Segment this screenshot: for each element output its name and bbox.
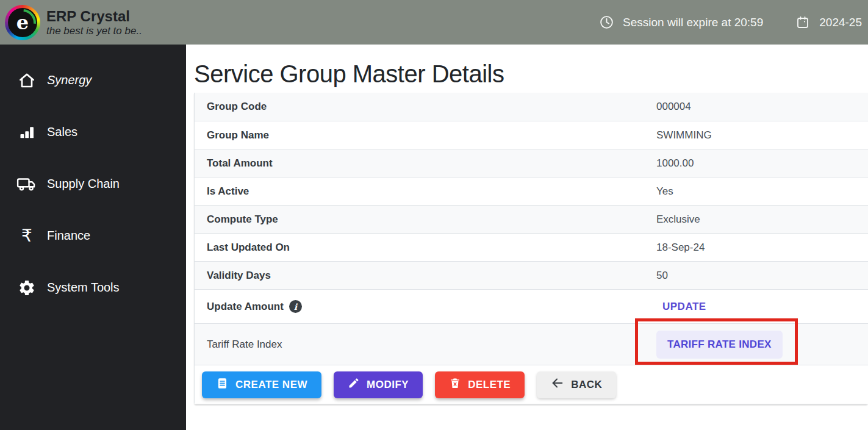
erp-crystal-logo-icon: e bbox=[5, 5, 40, 40]
detail-label: Validity Days bbox=[195, 270, 656, 282]
brand-tagline: the best is yet to be.. bbox=[46, 25, 142, 37]
rupee-icon: ₹ bbox=[16, 226, 37, 246]
back-button[interactable]: BACK bbox=[537, 371, 616, 398]
fiscal-year-text: 2024-25 bbox=[819, 16, 862, 29]
details-card: Group Code 000004 Group Name SWIMMING To… bbox=[194, 93, 868, 404]
home-icon bbox=[16, 71, 37, 90]
detail-row-last-updated-on: Last Updated On 18-Sep-24 bbox=[195, 233, 868, 261]
page: e ERP Crystal the best is yet to be.. Se… bbox=[0, 0, 868, 430]
detail-label: Total Amount bbox=[195, 157, 656, 170]
detail-value: 18-Sep-24 bbox=[656, 242, 868, 254]
info-icon[interactable]: i bbox=[289, 300, 302, 313]
detail-label: Compute Type bbox=[195, 213, 656, 226]
detail-row-compute-type: Compute Type Exclusive bbox=[195, 205, 868, 233]
document-icon bbox=[216, 377, 229, 393]
detail-value: Exclusive bbox=[656, 213, 868, 226]
sidebar-item-finance[interactable]: ₹ Finance bbox=[0, 210, 186, 262]
detail-value: 50 bbox=[656, 270, 868, 282]
brand-block: ERP Crystal the best is yet to be.. bbox=[46, 8, 142, 37]
detail-row-update-amount: Update Amount i UPDATE bbox=[195, 289, 868, 323]
app-header: e ERP Crystal the best is yet to be.. Se… bbox=[0, 0, 868, 45]
detail-row-group-name: Group Name SWIMMING bbox=[195, 121, 868, 149]
fiscal-year: 2024-25 bbox=[792, 15, 862, 30]
main-content: Service Group Master Details Group Code … bbox=[186, 45, 868, 430]
session-expiry: Session will expire at 20:59 bbox=[596, 15, 763, 30]
modify-button[interactable]: MODIFY bbox=[334, 371, 423, 398]
detail-row-total-amount: Total Amount 1000.00 bbox=[195, 149, 868, 177]
arrow-left-icon bbox=[551, 376, 564, 393]
pencil-icon bbox=[348, 377, 360, 392]
clock-icon bbox=[596, 15, 617, 30]
sidebar-item-label: Sales bbox=[47, 125, 77, 139]
bar-chart-icon bbox=[16, 124, 37, 141]
detail-label: Group Code bbox=[195, 101, 656, 113]
detail-label: Tariff Rate Index bbox=[195, 339, 656, 351]
trash-icon bbox=[449, 377, 461, 392]
detail-row-group-code: Group Code 000004 bbox=[195, 93, 868, 121]
detail-row-validity-days: Validity Days 50 bbox=[195, 261, 868, 289]
detail-value: Yes bbox=[656, 185, 868, 198]
page-title: Service Group Master Details bbox=[194, 59, 868, 88]
sidebar-item-label: Finance bbox=[47, 229, 90, 243]
sidebar-item-label: Synergy bbox=[47, 73, 91, 87]
sidebar: Synergy Sales Supply Chain ₹ Finance Sys… bbox=[0, 45, 186, 430]
actions-bar: CREATE NEW MODIFY DELETE bbox=[195, 365, 868, 404]
detail-value: 1000.00 bbox=[656, 157, 868, 170]
sidebar-item-label: System Tools bbox=[47, 281, 120, 295]
truck-icon bbox=[16, 174, 37, 195]
sidebar-item-sales[interactable]: Sales bbox=[0, 106, 186, 158]
sidebar-item-synergy[interactable]: Synergy bbox=[0, 54, 186, 106]
create-new-button[interactable]: CREATE NEW bbox=[202, 371, 321, 398]
gear-icon bbox=[16, 279, 37, 297]
detail-label: Group Name bbox=[195, 129, 656, 142]
detail-row-is-active: Is Active Yes bbox=[195, 177, 868, 205]
sidebar-item-supply-chain[interactable]: Supply Chain bbox=[0, 158, 186, 210]
update-link[interactable]: UPDATE bbox=[662, 301, 706, 313]
sidebar-item-system-tools[interactable]: System Tools bbox=[0, 262, 186, 314]
brand-title: ERP Crystal bbox=[46, 8, 142, 25]
tariff-rate-index-button[interactable]: TARIFF RATE INDEX bbox=[656, 331, 783, 359]
detail-row-tariff-rate-index: Tariff Rate Index TARIFF RATE INDEX bbox=[195, 323, 868, 365]
detail-value: SWIMMING bbox=[656, 129, 868, 142]
calendar-icon bbox=[792, 15, 813, 30]
detail-label: Last Updated On bbox=[195, 242, 656, 254]
session-expiry-text: Session will expire at 20:59 bbox=[623, 16, 763, 29]
sidebar-item-label: Supply Chain bbox=[47, 177, 120, 191]
detail-label: Update Amount i bbox=[195, 300, 656, 313]
delete-button[interactable]: DELETE bbox=[435, 371, 525, 398]
detail-value: 000004 bbox=[656, 101, 868, 113]
detail-label: Is Active bbox=[195, 185, 656, 198]
